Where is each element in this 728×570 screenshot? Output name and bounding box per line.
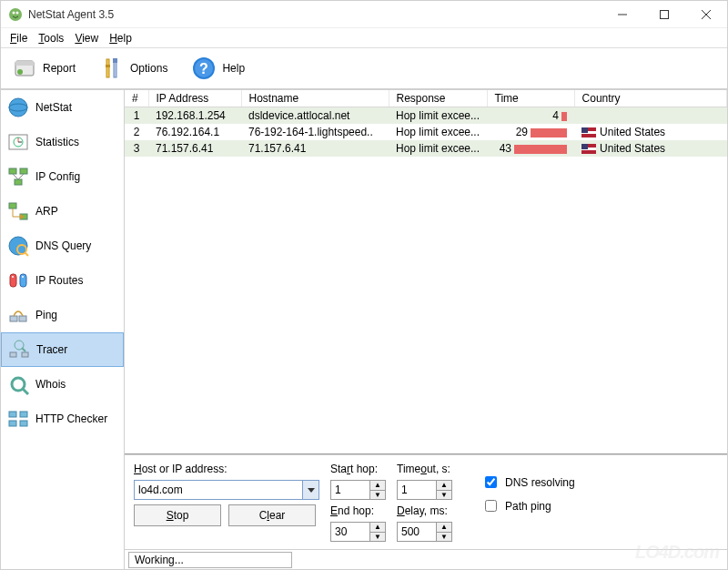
host-input[interactable] <box>134 480 303 500</box>
menu-tools[interactable]: Tools <box>33 30 69 46</box>
cell-ip: 192.168.1.254 <box>148 107 241 125</box>
svg-rect-47 <box>20 412 27 417</box>
end-hop-down[interactable]: ▼ <box>370 532 385 541</box>
dns-resolving-checkbox[interactable] <box>485 476 497 488</box>
stop-button[interactable]: Stop <box>134 504 221 526</box>
cell-time: 43 <box>487 140 574 157</box>
svg-line-27 <box>18 174 24 179</box>
svg-marker-50 <box>308 488 315 493</box>
main-pane: #IP AddressHostnameResponseTimeCountry 1… <box>125 89 727 569</box>
sidebar-item-httpchecker[interactable]: HTTP Checker <box>1 402 124 436</box>
iproutes-icon <box>6 269 30 292</box>
sidebar-item-label: HTTP Checker <box>35 412 107 425</box>
host-label: Host or IP address: <box>134 463 319 475</box>
menu-file[interactable]: File <box>5 30 33 46</box>
sidebar-item-arp[interactable]: ARP <box>1 194 124 229</box>
cell-resp: Hop limit excee... <box>389 140 487 157</box>
start-hop-input[interactable] <box>330 480 370 500</box>
start-hop-spinner[interactable]: ▲▼ <box>330 480 386 500</box>
cell-num: 1 <box>125 107 148 125</box>
cell-num: 3 <box>125 140 148 157</box>
svg-text:?: ? <box>200 61 209 76</box>
sidebar-item-statistics[interactable]: Statistics <box>1 125 124 159</box>
delay-down[interactable]: ▼ <box>437 532 451 541</box>
delay-spinner[interactable]: ▲▼ <box>397 522 452 542</box>
column-header[interactable]: Response <box>389 90 487 107</box>
column-header[interactable]: IP Address <box>148 90 241 107</box>
sidebar-item-label: IP Config <box>35 170 80 183</box>
cell-host: 76-192-164-1.lightspeed.. <box>241 124 389 140</box>
table-row[interactable]: 276.192.164.176-192-164-1.lightspeed..Ho… <box>125 124 727 140</box>
start-hop-down[interactable]: ▼ <box>370 490 385 499</box>
arp-icon <box>6 199 30 223</box>
sidebar-item-label: ARP <box>35 205 58 218</box>
toolbar-report-button[interactable]: Report <box>5 50 83 87</box>
path-ping-checkbox[interactable] <box>485 500 497 512</box>
control-pane: Host or IP address: Stop Clear Start hop… <box>125 454 727 549</box>
sidebar-item-label: Ping <box>35 309 57 321</box>
minimize-button[interactable] <box>602 1 643 28</box>
sidebar-item-iproutes[interactable]: IP Routes <box>1 263 124 298</box>
help-icon: ? <box>191 56 217 81</box>
column-header[interactable]: Country <box>574 90 726 107</box>
start-hop-up[interactable]: ▲ <box>370 481 385 490</box>
svg-line-26 <box>13 174 18 179</box>
dnsquery-icon <box>6 234 30 258</box>
svg-point-44 <box>12 378 25 391</box>
table-row[interactable]: 371.157.6.4171.157.6.41Hop limit excee..… <box>125 140 727 157</box>
clear-button[interactable]: Clear <box>228 504 316 526</box>
host-dropdown-button[interactable] <box>303 480 319 500</box>
toolbar-options-button[interactable]: Options <box>92 50 175 87</box>
close-button[interactable] <box>685 1 727 28</box>
host-combo[interactable] <box>134 480 319 500</box>
sidebar-item-tracer[interactable]: Tracer <box>1 332 124 367</box>
table-row[interactable]: 1192.168.1.254dsldevice.attlocal.netHop … <box>125 107 727 125</box>
svg-line-43 <box>22 348 25 351</box>
cell-ip: 76.192.164.1 <box>148 124 241 140</box>
toolbar: Report Options ? Help <box>1 47 727 89</box>
titlebar: NetStat Agent 3.5 <box>1 1 727 28</box>
sidebar-item-ping[interactable]: Ping <box>1 298 124 332</box>
column-header[interactable]: # <box>125 90 148 107</box>
sidebar-item-ipconfig[interactable]: IP Config <box>1 159 124 194</box>
cell-ip: 71.157.6.41 <box>148 140 241 157</box>
timeout-down[interactable]: ▼ <box>437 490 451 499</box>
end-hop-up[interactable]: ▲ <box>370 523 385 532</box>
dns-resolving-label: DNS resolving <box>505 476 575 489</box>
end-hop-spinner[interactable]: ▲▼ <box>330 522 386 542</box>
menu-view[interactable]: View <box>69 30 104 46</box>
svg-point-0 <box>9 8 22 21</box>
end-hop-input[interactable] <box>330 522 370 542</box>
sidebar-item-label: DNS Query <box>35 239 91 252</box>
column-header[interactable]: Hostname <box>241 90 389 107</box>
path-ping-checkbox-row[interactable]: Path ping <box>481 497 575 514</box>
cell-resp: Hop limit excee... <box>389 124 487 140</box>
tools-icon <box>99 56 125 81</box>
cell-country: United States <box>574 124 726 140</box>
delay-label: Delay, ms: <box>397 504 452 517</box>
sidebar: NetStatStatisticsIP ConfigARPDNS QueryIP… <box>1 89 125 569</box>
statusbar: Working... <box>125 549 727 569</box>
timeout-input[interactable] <box>397 480 437 500</box>
trace-table: #IP AddressHostnameResponseTimeCountry 1… <box>125 90 727 157</box>
path-ping-label: Path ping <box>505 500 551 513</box>
us-flag-icon <box>581 127 596 137</box>
delay-up[interactable]: ▲ <box>437 523 451 532</box>
svg-rect-39 <box>19 316 26 321</box>
cell-num: 2 <box>125 124 148 140</box>
toolbar-help-button[interactable]: ? Help <box>184 50 252 87</box>
delay-input[interactable] <box>397 522 437 542</box>
maximize-button[interactable] <box>643 1 685 28</box>
timeout-spinner[interactable]: ▲▼ <box>397 480 452 500</box>
sidebar-item-label: Statistics <box>35 136 79 148</box>
sidebar-item-dnsquery[interactable]: DNS Query <box>1 229 124 263</box>
column-header[interactable]: Time <box>487 90 574 107</box>
dns-resolving-checkbox-row[interactable]: DNS resolving <box>481 473 575 491</box>
sidebar-item-whois[interactable]: Whois <box>1 367 124 402</box>
menu-help[interactable]: Help <box>104 30 137 46</box>
svg-point-9 <box>17 69 23 75</box>
cell-resp: Hop limit excee... <box>389 107 487 125</box>
trace-table-wrap[interactable]: #IP AddressHostnameResponseTimeCountry 1… <box>125 90 727 454</box>
timeout-up[interactable]: ▲ <box>437 481 451 490</box>
sidebar-item-netstat[interactable]: NetStat <box>1 90 124 125</box>
